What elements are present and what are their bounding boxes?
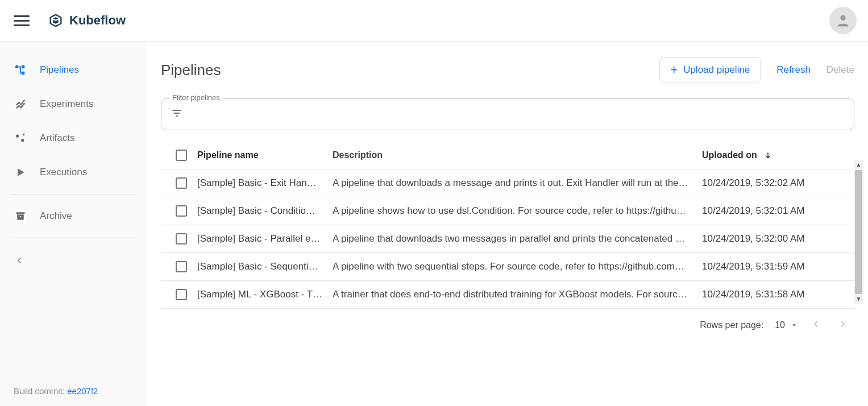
svg-rect-3 [22,72,25,75]
upload-label: Upload pipeline [683,64,750,76]
pipeline-name[interactable]: [Sample] ML - XGBoost - T… [197,289,333,300]
divider [10,238,137,238]
pipeline-uploaded-date: 10/24/2019, 5:31:58 AM [702,289,850,300]
pipeline-description: A pipeline with two sequential steps. Fo… [333,261,702,272]
build-info: Build commit: ee207f2 [0,376,147,406]
svg-point-0 [840,15,845,20]
artifacts-icon [14,131,27,145]
svg-point-6 [23,134,25,136]
row-checkbox[interactable] [176,177,187,189]
page-title: Pipelines [161,61,221,79]
svg-rect-7 [16,212,25,214]
filter-container: Filter pipelines [161,98,854,130]
filter-label: Filter pipelines [169,93,223,102]
pipeline-description: A pipeline that downloads a message and … [333,177,702,189]
svg-point-1 [15,65,18,69]
scroll-down-icon[interactable]: ▼ [854,294,863,304]
pipeline-description: A pipeline that downloads two messages i… [333,233,702,245]
page-header: Pipelines + Upload pipeline Refresh Dele… [161,51,854,82]
sidebar-item-artifacts[interactable]: Artifacts [0,121,147,155]
scroll-up-icon[interactable]: ▲ [854,160,863,170]
sidebar-item-label: Executions [40,167,87,178]
scroll-thumb[interactable] [855,170,862,294]
archive-icon [14,209,27,223]
sidebar: Pipelines Experiments Artifacts Executio… [0,42,147,406]
brand-logo[interactable]: Kubeflow [48,13,126,28]
plus-icon: + [670,64,678,76]
sort-desc-icon [764,151,772,161]
row-checkbox[interactable] [176,289,187,300]
table-row[interactable]: [Sample] ML - XGBoost - T…A trainer that… [161,281,854,309]
header-uploaded[interactable]: Uploaded on [702,150,850,160]
pipeline-uploaded-date: 10/24/2019, 5:31:59 AM [702,261,850,272]
pipeline-name[interactable]: [Sample] Basic - Exit Han… [197,177,333,189]
sidebar-collapse-button[interactable] [0,247,147,276]
pipeline-name[interactable]: [Sample] Basic - Sequenti… [197,261,333,272]
sidebar-item-executions[interactable]: Executions [0,155,147,189]
build-commit-link[interactable]: ee207f2 [67,386,98,396]
build-label: Build commit: [14,386,67,396]
menu-toggle-icon[interactable] [14,13,30,28]
vertical-scrollbar[interactable]: ▲ ▼ [854,160,863,304]
pipeline-uploaded-date: 10/24/2019, 5:32:02 AM [702,177,850,189]
filter-input[interactable] [161,98,854,130]
sidebar-item-experiments[interactable]: Experiments [0,87,147,121]
header-name[interactable]: Pipeline name [197,150,333,160]
refresh-button[interactable]: Refresh [776,64,811,76]
delete-button: Delete [827,64,854,76]
kubeflow-icon [48,13,64,28]
pipeline-name[interactable]: [Sample] Basic - Conditio… [197,205,333,217]
pagination: Rows per page: 10 [161,309,854,342]
main-content: Pipelines + Upload pipeline Refresh Dele… [147,42,868,406]
user-avatar[interactable] [829,7,857,34]
table-row[interactable]: [Sample] Basic - Parallel e…A pipeline t… [161,225,854,253]
pipeline-description: A trainer that does end-to-end distribut… [333,289,702,300]
executions-icon [14,165,27,179]
next-page-button[interactable] [835,317,850,334]
row-checkbox[interactable] [176,233,187,245]
chevron-left-icon [16,256,24,264]
brand-name: Kubeflow [69,13,126,28]
svg-point-5 [21,139,24,142]
prev-page-button[interactable] [809,317,824,334]
rows-per-page-label: Rows per page: [700,320,763,330]
app-header: Kubeflow [0,0,868,42]
sidebar-item-label: Pipelines [40,64,79,76]
rows-per-page-select[interactable]: 10 [775,320,798,330]
svg-rect-2 [22,65,25,69]
select-all-checkbox[interactable] [176,150,187,161]
row-checkbox[interactable] [176,261,187,272]
pipelines-icon [14,63,27,77]
table-row[interactable]: [Sample] Basic - Sequenti…A pipeline wit… [161,253,854,281]
sidebar-item-archive[interactable]: Archive [0,199,147,233]
table-row[interactable]: [Sample] Basic - Conditio…A pipeline sho… [161,197,854,225]
header-description[interactable]: Description [333,150,702,160]
sidebar-item-label: Artifacts [40,132,74,144]
divider [10,194,137,194]
table-header-row: Pipeline name Description Uploaded on [161,142,854,169]
sidebar-item-label: Archive [40,210,72,222]
page-actions: + Upload pipeline Refresh Delete [659,57,854,82]
sidebar-item-label: Experiments [40,98,93,110]
pipeline-uploaded-date: 10/24/2019, 5:32:01 AM [702,205,850,217]
experiments-icon [14,97,27,111]
table-row[interactable]: [Sample] Basic - Exit Han…A pipeline tha… [161,169,854,197]
upload-pipeline-button[interactable]: + Upload pipeline [659,57,761,82]
person-icon [835,13,851,28]
pipeline-table: Pipeline name Description Uploaded on [S… [161,142,854,309]
svg-point-4 [16,135,19,138]
pipeline-description: A pipeline shows how to use dsl.Conditio… [333,205,702,217]
pipeline-uploaded-date: 10/24/2019, 5:32:00 AM [702,233,850,245]
filter-icon [171,107,182,121]
dropdown-icon [791,322,798,329]
pipeline-name[interactable]: [Sample] Basic - Parallel e… [197,233,333,245]
sidebar-item-pipelines[interactable]: Pipelines [0,53,147,87]
row-checkbox[interactable] [176,205,187,217]
